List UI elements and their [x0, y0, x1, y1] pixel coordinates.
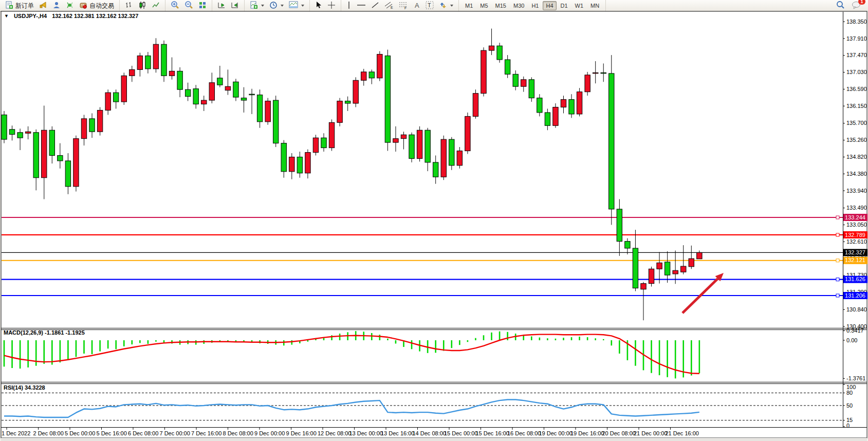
- candle-body: [289, 157, 294, 171]
- candle-body: [201, 100, 207, 104]
- price-label-131.626: 131.626: [843, 276, 867, 283]
- candle-body: [217, 78, 223, 85]
- svg-text:1 Dec 2022: 1 Dec 2022: [2, 430, 30, 436]
- macd-label: MACD(12,26,9) -1.1861 -1.1925: [4, 329, 85, 336]
- price-label-132.121: 132.121: [843, 257, 867, 264]
- candle-body: [25, 132, 30, 133]
- candle-body: [664, 262, 670, 275]
- svg-text:5 Dec 16:00: 5 Dec 16:00: [97, 430, 127, 436]
- candle-body: [337, 101, 342, 123]
- candle-body: [457, 151, 462, 166]
- candle-body: [209, 83, 214, 100]
- candle-body: [441, 139, 446, 177]
- hline-handle: [836, 233, 839, 236]
- candle-body: [193, 89, 198, 104]
- svg-text:15 Dec 16:00: 15 Dec 16:00: [476, 430, 509, 436]
- svg-text:19 Dec 16:00: 19 Dec 16:00: [570, 430, 604, 436]
- svg-text:50: 50: [846, 402, 853, 409]
- svg-text:131.206: 131.206: [845, 292, 865, 299]
- candle-body: [73, 139, 79, 187]
- svg-text:132.789: 132.789: [845, 232, 865, 238]
- candle-body: [401, 135, 406, 138]
- svg-text:5 Dec 00:00: 5 Dec 00:00: [65, 430, 95, 436]
- candle-body: [137, 56, 142, 70]
- chart-info-bar[interactable]: ▼ USDJPY-,H4 132.162 132.381 132.162 132…: [4, 13, 138, 19]
- candle-body: [97, 110, 102, 132]
- svg-text:13 Dec 16:00: 13 Dec 16:00: [381, 430, 414, 436]
- candle-body: [681, 266, 686, 272]
- candle-body: [529, 80, 534, 98]
- collapse-triangle-icon[interactable]: ▼: [4, 13, 9, 19]
- candle-body: [425, 130, 430, 162]
- svg-text:0.3417: 0.3417: [846, 327, 864, 334]
- svg-text:7 Dec 16:00: 7 Dec 16:00: [191, 430, 221, 436]
- candle-body: [169, 71, 174, 76]
- candle-body: [393, 139, 398, 142]
- candle-body: [241, 98, 246, 100]
- svg-text:9 Dec 16:00: 9 Dec 16:00: [286, 430, 317, 436]
- hline-handle: [836, 294, 839, 297]
- svg-text:-1.3761: -1.3761: [846, 375, 865, 381]
- svg-text:133.244: 133.244: [845, 214, 865, 220]
- candle-body: [329, 122, 334, 148]
- svg-text:134.380: 134.380: [846, 171, 867, 177]
- candle-body: [313, 138, 318, 152]
- rsi-label: RSI(14) 34.3228: [4, 384, 45, 391]
- candle-body: [433, 162, 438, 177]
- svg-text:21 Dec 16:00: 21 Dec 16:00: [666, 430, 699, 436]
- candle-body: [130, 69, 135, 76]
- candle-body: [489, 46, 494, 50]
- mt4-window: 新订单 自动交易: [0, 0, 868, 441]
- candle-body: [353, 80, 358, 103]
- candle-body: [249, 94, 254, 95]
- candle-body: [505, 60, 510, 74]
- candle-body: [465, 116, 470, 151]
- chart-canvas[interactable]: 138.350137.910137.470137.030136.590136.1…: [0, 0, 868, 441]
- candle-body: [633, 248, 638, 288]
- candle-body: [577, 92, 582, 114]
- candle-body: [497, 46, 502, 60]
- svg-text:21 Dec 00:00: 21 Dec 00:00: [634, 430, 667, 436]
- svg-text:137.910: 137.910: [846, 35, 867, 42]
- candle-body: [281, 143, 286, 172]
- candle-body: [513, 74, 518, 86]
- candle-body: [89, 119, 95, 132]
- candle-body: [617, 209, 622, 242]
- candle-body: [297, 157, 302, 173]
- candle-body: [537, 98, 542, 113]
- candle-body: [105, 93, 110, 110]
- candle-body: [33, 133, 39, 178]
- candle-body: [17, 133, 23, 138]
- svg-text:0.00: 0.00: [846, 337, 857, 343]
- candle-body: [185, 89, 190, 96]
- candle-body: [649, 269, 654, 283]
- candle-body: [585, 75, 590, 92]
- candle-body: [481, 50, 486, 94]
- svg-text:2 Dec 08:00: 2 Dec 08:00: [33, 430, 64, 436]
- candle-body: [369, 72, 374, 78]
- candle-body: [601, 72, 606, 73]
- hline-handle: [836, 278, 839, 281]
- candle-body: [385, 56, 390, 143]
- svg-text:13 Dec 00:00: 13 Dec 00:00: [349, 430, 383, 436]
- candle-body: [145, 56, 151, 69]
- price-label-131.206: 131.206: [843, 292, 867, 299]
- hline-handle: [836, 216, 839, 219]
- svg-text:134.820: 134.820: [846, 154, 867, 160]
- candle-body: [417, 130, 422, 158]
- svg-text:7 Dec 00:00: 7 Dec 00:00: [160, 430, 190, 436]
- svg-text:8 Dec 08:00: 8 Dec 08:00: [223, 430, 253, 436]
- svg-text:138.350: 138.350: [846, 19, 867, 25]
- candle-body: [9, 130, 14, 135]
- candle-body: [409, 135, 414, 158]
- svg-text:0: 0: [846, 422, 849, 429]
- candle-body: [233, 82, 238, 97]
- candle-body: [257, 95, 262, 122]
- svg-text:12 Dec 08:00: 12 Dec 08:00: [318, 430, 351, 436]
- candle-body: [2, 115, 7, 139]
- svg-text:133.490: 133.490: [846, 205, 867, 211]
- svg-text:136.590: 136.590: [846, 86, 867, 92]
- svg-text:20 Dec 08:00: 20 Dec 08:00: [602, 430, 636, 436]
- candle-body: [545, 113, 550, 125]
- candle-body: [305, 153, 310, 173]
